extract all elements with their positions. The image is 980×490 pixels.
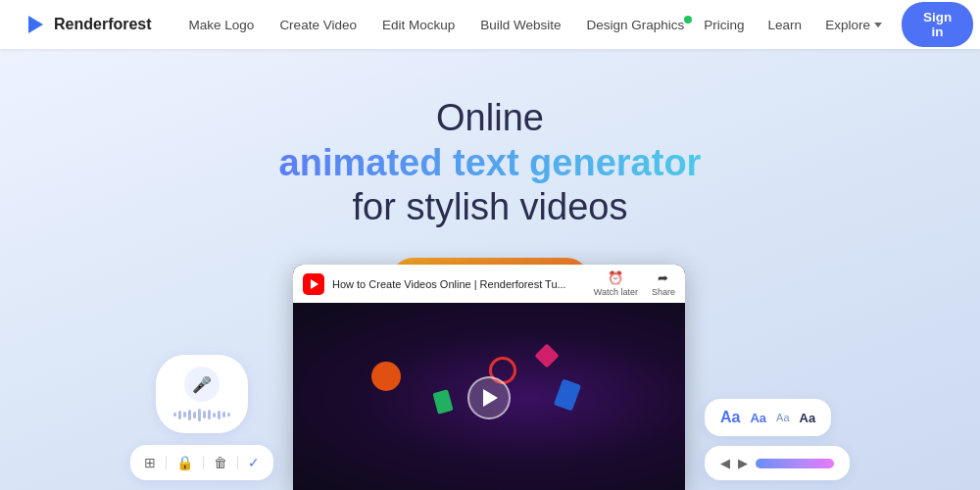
mic-icon-wrap: 🎤: [184, 367, 220, 402]
lock-icon[interactable]: 🔒: [176, 455, 193, 470]
wave-bar: [203, 411, 206, 418]
video-play-button[interactable]: [467, 376, 511, 419]
wave-bar: [218, 411, 220, 419]
wave-bar: [198, 409, 201, 421]
chevron-down-icon: [874, 23, 882, 27]
hero-line3: for stylish videos: [279, 185, 702, 230]
nav-links-right: Pricing Learn Explore Sign in EN: [694, 2, 980, 47]
left-widget: 🎤 ⊞: [130, 355, 273, 480]
font-sample-small: Aa: [776, 412, 789, 423]
play-triangle-icon: [483, 389, 498, 407]
color-gradient-bar[interactable]: [756, 459, 834, 468]
trash-icon[interactable]: 🗑: [214, 455, 227, 470]
hero-line1: Online: [279, 96, 702, 141]
signin-button[interactable]: Sign in: [902, 2, 973, 47]
arrow-left-icon[interactable]: ◀: [720, 456, 730, 470]
wave-bar: [193, 412, 196, 418]
wave-bar: [213, 413, 216, 417]
font-sample-dark: Aa: [800, 411, 816, 425]
toolbar-divider: [237, 456, 238, 469]
mic-card: 🎤: [156, 355, 248, 433]
bottom-area: 🎤 ⊞: [0, 265, 980, 490]
nav-build-website[interactable]: Build Website: [470, 12, 570, 38]
toolbar-divider: [166, 456, 167, 469]
wave-bar: [183, 412, 186, 417]
hero-section: Online animated text generator for styli…: [0, 49, 980, 490]
nav-make-logo[interactable]: Make Logo: [179, 12, 265, 38]
check-icon[interactable]: ✓: [248, 455, 260, 470]
hero-title: Online animated text generator for styli…: [279, 96, 702, 230]
toolbar-divider: [203, 456, 204, 469]
youtube-logo: [303, 273, 324, 295]
nav-explore[interactable]: Explore: [815, 12, 892, 38]
wave-bar: [173, 413, 176, 416]
arrow-right-icon[interactable]: ▶: [738, 456, 748, 470]
wave-bar: [227, 413, 230, 416]
yt-triangle-icon: [311, 279, 318, 289]
mic-waves: [173, 408, 230, 421]
video-card[interactable]: How to Create Videos Online | Renderfore…: [293, 265, 685, 490]
wave-bar: [222, 412, 225, 417]
video-content: [293, 303, 685, 490]
nav-learn[interactable]: Learn: [759, 12, 812, 38]
share-icon: ➦: [658, 270, 668, 285]
nav-design-graphics[interactable]: Design Graphics: [577, 12, 695, 38]
toolbar-card: ⊞ 🔒 🗑 ✓: [130, 445, 273, 480]
wave-bar: [208, 410, 211, 419]
video-actions: ⏰ Watch later ➦ Share: [594, 270, 675, 297]
mic-icon: 🎤: [192, 375, 212, 394]
share-button[interactable]: ➦ Share: [652, 270, 675, 297]
wave-bar: [188, 410, 191, 420]
nav-links-left: Make Logo Create Video Edit Mockup Build…: [179, 12, 695, 38]
right-widget: Aa Aa Aa Aa ◀ ▶: [705, 399, 850, 480]
hero-line2: animated text generator: [279, 141, 702, 186]
watch-later-button[interactable]: ⏰ Watch later: [594, 270, 638, 297]
logo-text: Renderforest: [54, 16, 152, 33]
wave-bar: [178, 411, 181, 419]
shape-orange: [371, 362, 401, 391]
video-title: How to Create Videos Online | Renderfore…: [332, 278, 586, 290]
svg-marker-0: [28, 16, 43, 33]
nav-create-video[interactable]: Create Video: [270, 12, 367, 38]
font-sample-large: Aa: [720, 409, 740, 426]
font-card: Aa Aa Aa Aa: [705, 399, 831, 436]
navbar: Renderforest Make Logo Create Video Edit…: [0, 0, 980, 49]
new-badge-dot: [684, 16, 692, 24]
watch-later-icon: ⏰: [608, 270, 623, 285]
color-bar-card: ◀ ▶: [705, 446, 850, 480]
video-topbar: How to Create Videos Online | Renderfore…: [293, 265, 685, 303]
logo[interactable]: Renderforest: [24, 13, 152, 36]
nav-edit-mockup[interactable]: Edit Mockup: [372, 12, 465, 38]
font-sample-medium: Aa: [750, 411, 766, 425]
logo-icon: [24, 13, 47, 36]
nav-pricing[interactable]: Pricing: [694, 12, 754, 38]
crop-icon[interactable]: ⊞: [144, 455, 156, 470]
